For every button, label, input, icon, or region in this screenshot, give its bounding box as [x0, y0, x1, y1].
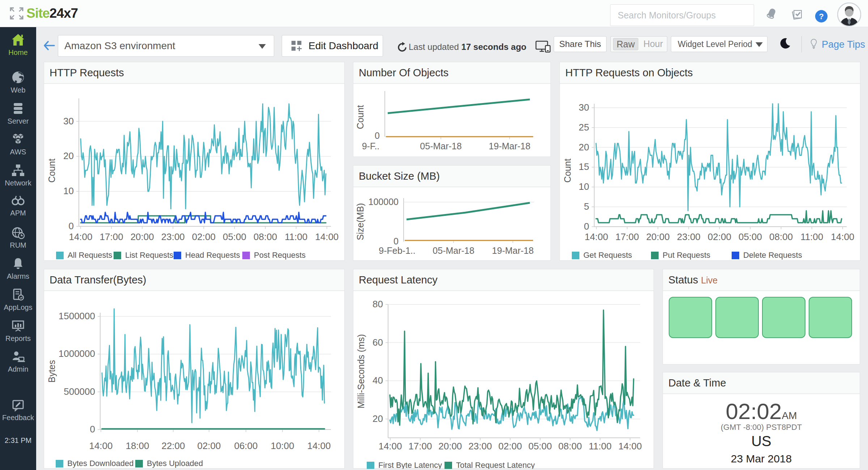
svg-text:17:00: 17:00 [408, 441, 432, 452]
svg-text:08:00: 08:00 [254, 231, 277, 242]
svg-text:14:00: 14:00 [69, 231, 92, 242]
svg-text:08:00: 08:00 [558, 441, 582, 452]
svg-text:20: 20 [373, 413, 383, 424]
svg-text:Count: Count [47, 159, 57, 183]
svg-text:Milli-Seconds (ms): Milli-Seconds (ms) [356, 334, 366, 409]
svg-text:Count: Count [355, 105, 365, 129]
svg-text:05:00: 05:00 [739, 231, 762, 242]
svg-text:14:00: 14:00 [584, 231, 608, 242]
svg-text:All Requests: All Requests [68, 251, 112, 260]
svg-text:First Byte Latency: First Byte Latency [378, 461, 442, 469]
svg-text:20:00: 20:00 [646, 231, 670, 242]
svg-text:05:00: 05:00 [223, 231, 246, 242]
svg-text:20:00: 20:00 [438, 441, 462, 452]
svg-text:1500000: 1500000 [59, 311, 95, 321]
svg-text:Bytes Uploaded: Bytes Uploaded [147, 459, 203, 468]
svg-text:15: 15 [579, 161, 589, 172]
svg-text:14:00: 14:00 [378, 441, 402, 452]
svg-text:19-Mar-18: 19-Mar-18 [492, 245, 533, 256]
svg-text:17:00: 17:00 [100, 231, 123, 242]
svg-text:80: 80 [373, 299, 383, 309]
svg-text:0: 0 [90, 424, 95, 435]
svg-text:06:00: 06:00 [234, 440, 258, 451]
svg-text:40: 40 [373, 375, 383, 386]
svg-text:Bytes Downloaded: Bytes Downloaded [67, 459, 133, 468]
svg-text:11:00: 11:00 [589, 441, 612, 452]
svg-text:0: 0 [69, 221, 74, 231]
svg-text:22:00: 22:00 [161, 440, 185, 451]
svg-text:23:00: 23:00 [161, 231, 185, 242]
svg-text:100000: 100000 [369, 197, 399, 207]
svg-text:0: 0 [584, 221, 589, 232]
svg-text:Total Request Latency: Total Request Latency [456, 461, 535, 469]
svg-text:Bytes: Bytes [47, 360, 57, 383]
svg-text:17:00: 17:00 [616, 231, 639, 242]
svg-text:08:00: 08:00 [769, 231, 793, 242]
svg-text:23:00: 23:00 [677, 231, 701, 242]
svg-text:11:00: 11:00 [285, 231, 307, 242]
svg-text:10: 10 [579, 181, 589, 192]
svg-text:05-Mar-18: 05-Mar-18 [433, 245, 474, 256]
svg-text:05-Mar-18: 05-Mar-18 [420, 141, 461, 151]
svg-text:02:00: 02:00 [708, 231, 731, 242]
svg-text:02:00: 02:00 [192, 231, 216, 242]
svg-text:05:00: 05:00 [528, 441, 552, 452]
svg-text:20:00: 20:00 [131, 231, 154, 242]
svg-text:60: 60 [373, 337, 383, 348]
svg-text:02:00: 02:00 [197, 440, 221, 451]
svg-text:Post Requests: Post Requests [254, 251, 306, 260]
svg-text:0: 0 [393, 236, 399, 246]
svg-text:25: 25 [579, 122, 589, 133]
svg-text:Size(MB): Size(MB) [355, 203, 365, 240]
svg-text:List Requests: List Requests [125, 251, 173, 260]
svg-text:30: 30 [579, 102, 589, 113]
svg-text:10:00: 10:00 [271, 440, 294, 451]
svg-text:20: 20 [63, 150, 74, 161]
svg-text:14:00: 14:00 [618, 441, 642, 452]
svg-text:Get Requests: Get Requests [583, 251, 632, 260]
svg-text:14:00: 14:00 [315, 231, 339, 242]
svg-text:11:00: 11:00 [800, 231, 823, 242]
svg-text:10: 10 [63, 185, 74, 196]
svg-text:18:00: 18:00 [125, 440, 149, 451]
svg-text:?: ? [819, 12, 824, 21]
svg-text:23:00: 23:00 [468, 441, 492, 452]
svg-text:14:00: 14:00 [307, 440, 331, 451]
svg-text:Put Requests: Put Requests [663, 251, 710, 260]
svg-text:5: 5 [584, 201, 589, 212]
svg-text:Count: Count [562, 159, 573, 183]
svg-text:14:00: 14:00 [89, 440, 112, 451]
svg-text:9-Feb-1..: 9-Feb-1.. [379, 245, 415, 256]
svg-text:02:00: 02:00 [498, 441, 522, 452]
svg-text:0: 0 [375, 131, 380, 141]
svg-text:9-F..: 9-F.. [362, 141, 380, 151]
svg-text:19-Mar-18: 19-Mar-18 [489, 141, 530, 151]
svg-text:30: 30 [63, 116, 74, 127]
svg-text:14:00: 14:00 [831, 231, 854, 242]
svg-text:20: 20 [579, 142, 589, 153]
svg-text:1000000: 1000000 [59, 348, 95, 359]
svg-text:500000: 500000 [64, 386, 95, 397]
svg-text:Delete Requests: Delete Requests [743, 251, 802, 260]
svg-text:Head Requests: Head Requests [185, 251, 240, 260]
